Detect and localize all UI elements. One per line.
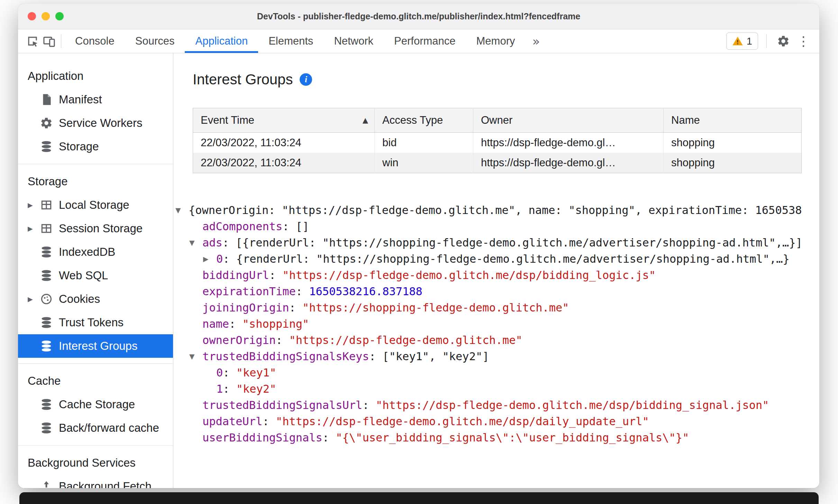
sidebar-section-title-background-services: Background Services [18, 451, 173, 475]
tree-property-name: expirationTime [202, 285, 296, 298]
column-header-label: Access Type [382, 114, 443, 126]
panel-tabs: ConsoleSourcesApplicationElementsNetwork… [65, 29, 526, 53]
sidebar-section-title-storage: Storage [18, 170, 173, 193]
tree-line[interactable]: userBiddingSignals: "{\"user_bidding_sig… [173, 430, 819, 446]
sidebar-item-cache-storage[interactable]: Cache Storage [18, 393, 173, 416]
sidebar-item-trust-tokens[interactable]: Trust Tokens [18, 311, 173, 334]
tree-line[interactable]: biddingUrl: "https://dsp-fledge-demo.gli… [173, 267, 819, 283]
inspect-element-icon[interactable] [24, 33, 41, 49]
tree-property-name: adComponents [202, 220, 282, 233]
expand-arrow-icon[interactable]: ▶ [203, 251, 208, 267]
tree-string-value: "key1" [236, 366, 276, 379]
database-icon [39, 269, 53, 282]
tree-text: : [269, 269, 283, 282]
sidebar-item-interest-groups[interactable]: Interest Groups [18, 334, 173, 358]
column-header-label: Owner [481, 114, 512, 126]
tree-line[interactable]: ▼trustedBiddingSignalsKeys: ["key1", "ke… [173, 348, 819, 365]
gear-icon [39, 116, 53, 130]
tree-line[interactable]: expirationTime: 1650538216.837188 [173, 283, 819, 300]
column-header-name[interactable]: Name [664, 108, 802, 133]
tree-text: : [322, 431, 336, 444]
tab-memory[interactable]: Memory [466, 29, 526, 53]
sidebar-item-label: Local Storage [59, 198, 129, 212]
tree-line[interactable]: joiningOrigin: "https://shopping-fledge-… [173, 300, 819, 316]
database-icon [39, 316, 53, 329]
sidebar-item-service-workers[interactable]: Service Workers [18, 111, 173, 135]
sidebar-item-storage[interactable]: Storage [18, 135, 173, 158]
database-icon [39, 421, 53, 435]
sidebar-item-indexeddb[interactable]: IndexedDB [18, 240, 173, 264]
sidebar: ApplicationManifestService WorkersStorag… [18, 53, 173, 488]
collapse-arrow-icon[interactable]: ▼ [189, 235, 194, 251]
sidebar-item-back-forward-cache[interactable]: Back/forward cache [18, 416, 173, 440]
column-header-owner[interactable]: Owner [473, 108, 664, 133]
more-tabs-icon[interactable]: » [526, 34, 547, 48]
events-table-body: 22/03/2022, 11:03:24bidhttps://dsp-fledg… [193, 133, 802, 173]
sidebar-item-cookies[interactable]: ▶Cookies [18, 287, 173, 311]
tree-line[interactable]: ▼ads: [{renderUrl: "https://shopping-fle… [173, 235, 819, 251]
table-cell: 22/03/2022, 11:03:24 [193, 133, 375, 153]
titlebar: DevTools - publisher-fledge-demo.glitch.… [18, 3, 819, 29]
expand-arrow-icon[interactable]: ▶ [28, 295, 39, 303]
info-icon[interactable]: i [300, 73, 312, 86]
tab-network[interactable]: Network [324, 29, 384, 53]
tab-elements[interactable]: Elements [258, 29, 324, 53]
document-icon [39, 93, 53, 106]
background-window-edge [19, 492, 819, 504]
tree-property-name: 0 [216, 366, 223, 379]
tree-string-value: "https://dsp-fledge-demo.glitch.me" [289, 334, 522, 347]
tree-property-name: name [202, 317, 229, 330]
table-row[interactable]: 22/03/2022, 11:03:24winhttps://dsp-fledg… [193, 153, 802, 173]
tree-text: : [223, 366, 236, 379]
tree-line[interactable]: trustedBiddingSignalsUrl: "https://dsp-f… [173, 397, 819, 413]
tree-line[interactable]: ownerOrigin: "https://dsp-fledge-demo.gl… [173, 332, 819, 348]
settings-gear-icon[interactable] [775, 33, 792, 49]
database-icon [39, 398, 53, 411]
column-header-event-time[interactable]: Event Time▲ [193, 108, 375, 133]
table-row[interactable]: 22/03/2022, 11:03:24bidhttps://dsp-fledg… [193, 133, 802, 153]
expand-arrow-icon[interactable]: ▶ [28, 225, 39, 232]
collapse-arrow-icon[interactable]: ▼ [175, 202, 181, 218]
issues-badge[interactable]: 1 [726, 32, 758, 50]
devtools-window: DevTools - publisher-fledge-demo.glitch.… [18, 3, 819, 488]
tab-performance[interactable]: Performance [384, 29, 466, 53]
devtools-body: ApplicationManifestService WorkersStorag… [18, 53, 819, 488]
tree-string-value: "https://dsp-fledge-demo.glitch.me/dsp/d… [276, 415, 649, 428]
sidebar-item-web-sql[interactable]: Web SQL [18, 264, 173, 287]
tree-text: : [262, 415, 276, 428]
sidebar-item-label: Trust Tokens [59, 316, 124, 329]
tree-line[interactable]: 1: "key2" [173, 381, 819, 397]
expand-arrow-icon[interactable]: ▶ [28, 201, 39, 209]
fetch-icon [39, 479, 53, 488]
tab-sources[interactable]: Sources [125, 29, 185, 53]
column-header-label: Event Time [201, 114, 254, 126]
tab-application[interactable]: Application [185, 29, 258, 53]
tree-line[interactable]: ▶0: {renderUrl: "https://shopping-fledge… [173, 251, 819, 267]
issues-count: 1 [747, 36, 752, 47]
tree-text: : [289, 301, 302, 314]
sidebar-item-manifest[interactable]: Manifest [18, 88, 173, 111]
column-header-access-type[interactable]: Access Type [375, 108, 473, 133]
tree-line[interactable]: ▼{ownerOrigin: "https://dsp-fledge-demo.… [173, 202, 819, 218]
tree-string-value: "https://dsp-fledge-demo.glitch.me/dsp/b… [282, 269, 656, 282]
tree-text: : [229, 317, 243, 330]
tab-console[interactable]: Console [65, 29, 125, 53]
tree-line[interactable]: updateUrl: "https://dsp-fledge-demo.glit… [173, 413, 819, 430]
sidebar-item-label: Session Storage [59, 222, 143, 235]
tree-property-name: trustedBiddingSignalsUrl [202, 399, 362, 412]
database-icon [39, 339, 53, 353]
sidebar-item-background-fetch[interactable]: Background Fetch [18, 475, 173, 488]
tree-property-name: biddingUrl [202, 269, 269, 282]
table-icon [39, 198, 53, 212]
sidebar-item-local-storage[interactable]: ▶Local Storage [18, 193, 173, 217]
more-options-icon[interactable]: ⋮ [796, 34, 810, 49]
tree-line[interactable]: name: "shopping" [173, 316, 819, 332]
tree-line[interactable]: 0: "key1" [173, 365, 819, 381]
device-toolbar-icon[interactable] [41, 33, 57, 49]
sidebar-item-session-storage[interactable]: ▶Session Storage [18, 217, 173, 240]
tree-text: : [276, 334, 289, 347]
tree-string-value: "https://dsp-fledge-demo.glitch.me/dsp/b… [376, 399, 769, 412]
collapse-arrow-icon[interactable]: ▼ [189, 348, 194, 365]
tree-line[interactable]: adComponents: [] [173, 218, 819, 235]
tree-text: : [{renderUrl: "https://shopping-fledge-… [222, 236, 802, 249]
